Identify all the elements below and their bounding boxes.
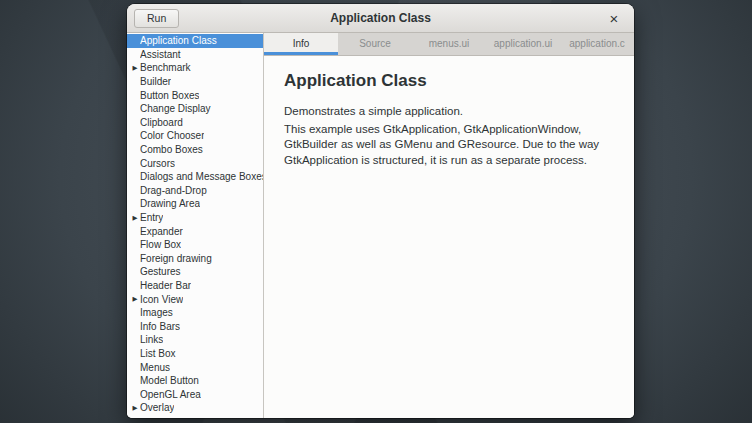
list-item[interactable]: Drawing Area: [127, 197, 263, 211]
tab-bar: InfoSourcemenus.uiapplication.uiapplicat…: [264, 33, 634, 56]
tab-menus-ui[interactable]: menus.ui: [412, 33, 486, 55]
content-paragraph: This example uses GtkApplication, GtkApp…: [284, 122, 614, 168]
list-item[interactable]: OpenGL Area: [127, 387, 263, 401]
list-item-label: Flow Box: [140, 239, 181, 250]
list-item[interactable]: Images: [127, 306, 263, 320]
list-item-label: Icon View: [140, 294, 183, 305]
list-item[interactable]: Builder: [127, 75, 263, 89]
list-item-label: Combo Boxes: [140, 144, 203, 155]
list-item[interactable]: Gestures: [127, 265, 263, 279]
list-item-label: Menus: [140, 362, 170, 373]
list-item-label: Cursors: [140, 158, 175, 169]
list-item[interactable]: Application Class: [127, 34, 263, 48]
list-item[interactable]: Cursors: [127, 156, 263, 170]
tab-application-c[interactable]: application.c: [560, 33, 634, 55]
desktop-background: Run Application Class × Application Clas…: [0, 0, 752, 423]
list-item[interactable]: Change Display: [127, 102, 263, 116]
list-item-label: Expander: [140, 226, 183, 237]
tab-application-ui[interactable]: application.ui: [486, 33, 560, 55]
list-item-label: Foreign drawing: [140, 253, 212, 264]
main-panel: InfoSourcemenus.uiapplication.uiapplicat…: [264, 33, 634, 418]
list-item-label: Change Display: [140, 103, 211, 114]
list-item-label: Assistant: [140, 49, 181, 60]
expander-arrow-icon[interactable]: ▶: [130, 214, 140, 222]
list-item[interactable]: Info Bars: [127, 319, 263, 333]
list-item-label: Gestures: [140, 266, 181, 277]
list-item-label: Button Boxes: [140, 90, 199, 101]
list-item[interactable]: Dialogs and Message Boxes: [127, 170, 263, 184]
content-panel: Application Class Demonstrates a simple …: [264, 56, 634, 418]
list-item-label: Overlay: [140, 402, 174, 413]
list-item[interactable]: ▶Entry: [127, 211, 263, 225]
list-item[interactable]: List Box: [127, 347, 263, 361]
list-item[interactable]: Expander: [127, 224, 263, 238]
list-item-label: Model Button: [140, 375, 199, 386]
content-paragraph: Demonstrates a simple application.: [284, 104, 614, 119]
list-item-label: List Box: [140, 348, 176, 359]
list-item-label: Benchmark: [140, 62, 191, 73]
content-paragraphs: Demonstrates a simple application.This e…: [284, 104, 614, 168]
header-bar: Run Application Class ×: [127, 4, 634, 33]
list-item[interactable]: Links: [127, 333, 263, 347]
list-item-label: Links: [140, 334, 163, 345]
list-item[interactable]: Menus: [127, 360, 263, 374]
list-item-label: Header Bar: [140, 280, 191, 291]
window-body: Application ClassAssistant▶BenchmarkBuil…: [127, 33, 634, 418]
app-window: Run Application Class × Application Clas…: [127, 4, 634, 418]
tab-info[interactable]: Info: [264, 33, 338, 55]
list-item-label: Entry: [140, 212, 163, 223]
sidebar-list: Application ClassAssistant▶BenchmarkBuil…: [127, 33, 264, 418]
list-item[interactable]: Assistant: [127, 48, 263, 62]
list-item[interactable]: Header Bar: [127, 279, 263, 293]
list-item-label: Clipboard: [140, 117, 183, 128]
list-item[interactable]: Clipboard: [127, 116, 263, 130]
list-item[interactable]: Drag-and-Drop: [127, 184, 263, 198]
expander-arrow-icon[interactable]: ▶: [130, 295, 140, 303]
list-item[interactable]: ▶Benchmark: [127, 61, 263, 75]
list-item-label: Color Chooser: [140, 130, 204, 141]
list-item[interactable]: Foreign drawing: [127, 252, 263, 266]
content-heading: Application Class: [284, 71, 614, 91]
list-item-label: Drawing Area: [140, 198, 200, 209]
list-item-label: OpenGL Area: [140, 389, 201, 400]
list-item-label: Dialogs and Message Boxes: [140, 171, 263, 182]
list-item[interactable]: Color Chooser: [127, 129, 263, 143]
list-item[interactable]: Combo Boxes: [127, 143, 263, 157]
list-item[interactable]: ▶Icon View: [127, 292, 263, 306]
window-title: Application Class: [127, 11, 634, 25]
list-item[interactable]: Button Boxes: [127, 88, 263, 102]
list-item-label: Images: [140, 307, 173, 318]
run-button[interactable]: Run: [134, 9, 179, 28]
list-item-label: Builder: [140, 76, 171, 87]
list-item-label: Application Class: [140, 35, 217, 46]
list-item-label: Info Bars: [140, 321, 180, 332]
list-item[interactable]: ▶Overlay: [127, 401, 263, 415]
expander-arrow-icon[interactable]: ▶: [130, 404, 140, 412]
list-item[interactable]: Model Button: [127, 374, 263, 388]
close-button[interactable]: ×: [605, 4, 623, 33]
close-icon: ×: [610, 11, 619, 26]
tab-source[interactable]: Source: [338, 33, 412, 55]
expander-arrow-icon[interactable]: ▶: [130, 64, 140, 72]
list-item[interactable]: Flow Box: [127, 238, 263, 252]
list-item-label: Drag-and-Drop: [140, 185, 207, 196]
